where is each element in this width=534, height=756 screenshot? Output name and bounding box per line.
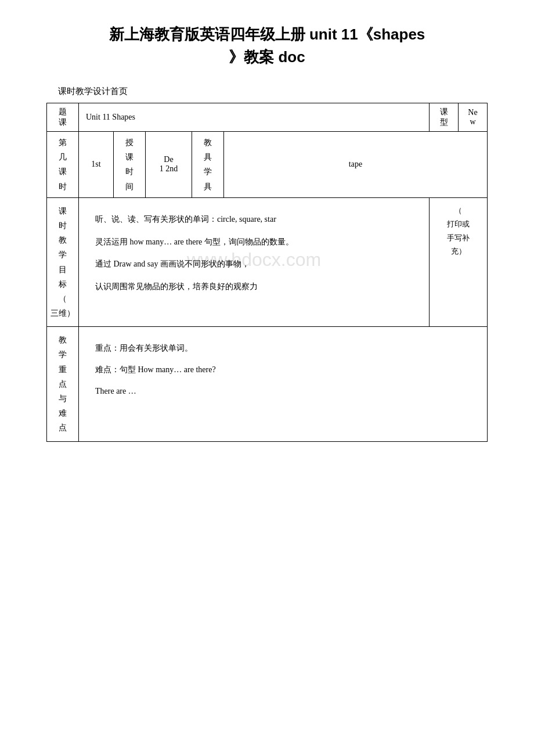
label-objectives: 课 时 教 学 目 标 （ 三维） xyxy=(47,197,79,327)
table-row-class-info: 第 几 课 时 1st 授 课 时 间 De 1 2nd xyxy=(47,132,488,198)
label-new: Ne w xyxy=(459,103,488,132)
section-label: 课时教学设计首页 xyxy=(46,86,488,97)
difficulty-text: 重点：用会有关形状单词。 难点：句型 How many… are there? … xyxy=(84,330,482,413)
difficulty-2: 难点：句型 How many… are there? xyxy=(95,361,471,379)
label-ti: 题 课 xyxy=(47,103,79,132)
print-note: （ 打印或 手写补 充） xyxy=(430,197,488,327)
page-title: 新上海教育版英语四年级上册 unit 11《shapes 》教案 doc xyxy=(46,23,488,69)
value-de-1-2nd: De 1 2nd xyxy=(146,132,192,198)
objective-4: 认识周围常见物品的形状，培养良好的观察力 xyxy=(95,278,413,296)
label-jiao-ju-xue-ju: 教 具 学 具 xyxy=(192,132,224,198)
difficulty-3: There are … xyxy=(95,383,471,401)
label-difficulty: 教 学 重 点 与 难 点 xyxy=(47,327,79,441)
table-row-difficulty: 教 学 重 点 与 难 点 重点：用会有关形状单词。 难点：句型 How man… xyxy=(47,327,488,441)
lesson-plan-table: 题 课 Unit 11 Shapes 课 型 Ne w xyxy=(46,103,488,442)
objectives-text: www.bdocx.com 听、说、读、写有关形状的单词：circle, squ… xyxy=(84,201,424,318)
difficulty-content: 重点：用会有关形状单词。 难点：句型 How many… are there? … xyxy=(79,327,488,441)
difficulty-1: 重点：用会有关形状单词。 xyxy=(95,340,471,358)
table-row-header: 题 课 Unit 11 Shapes 课 型 Ne w xyxy=(47,103,488,132)
objective-3: 通过 Draw and say 画画说不同形状的事物， xyxy=(95,255,413,273)
table-row-objectives: 课 时 教 学 目 标 （ 三维） www.bdocx.com 听、说、读、写有… xyxy=(47,197,488,327)
objective-1: 听、说、读、写有关形状的单词：circle, square, star xyxy=(95,211,413,229)
value-tape: tape xyxy=(224,132,488,198)
label-kexing: 课 型 xyxy=(430,103,459,132)
objective-2: 灵活运用 how many… are there 句型，询问物品的数量。 xyxy=(95,233,413,251)
value-1st: 1st xyxy=(79,132,114,198)
label-shou-ke-shijian: 授 课 时 间 xyxy=(114,132,146,198)
objectives-content: www.bdocx.com 听、说、读、写有关形状的单词：circle, squ… xyxy=(79,197,430,327)
unit-title: Unit 11 Shapes xyxy=(79,103,430,132)
label-di-ji-keshi: 第 几 课 时 xyxy=(47,132,79,198)
